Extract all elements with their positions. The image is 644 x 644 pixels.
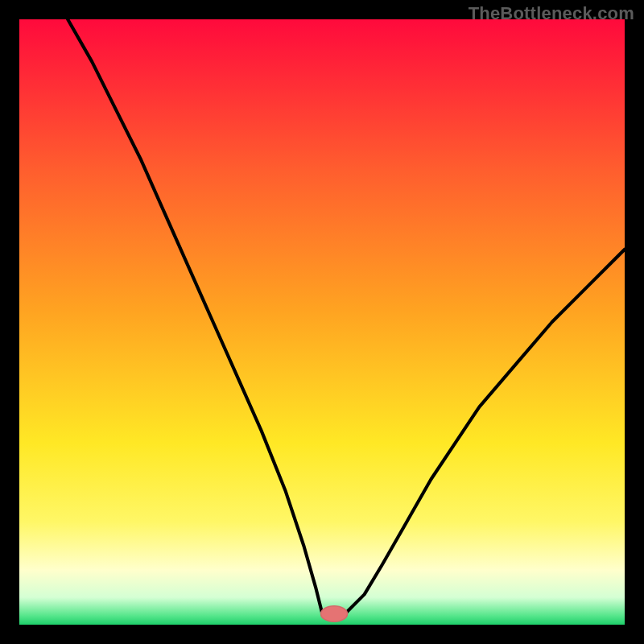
chart-frame: TheBottleneck.com <box>0 0 644 644</box>
watermark-text: TheBottleneck.com <box>469 3 634 24</box>
optimum-marker <box>320 606 347 622</box>
gradient-background <box>19 19 625 625</box>
bottleneck-plot <box>19 19 625 625</box>
